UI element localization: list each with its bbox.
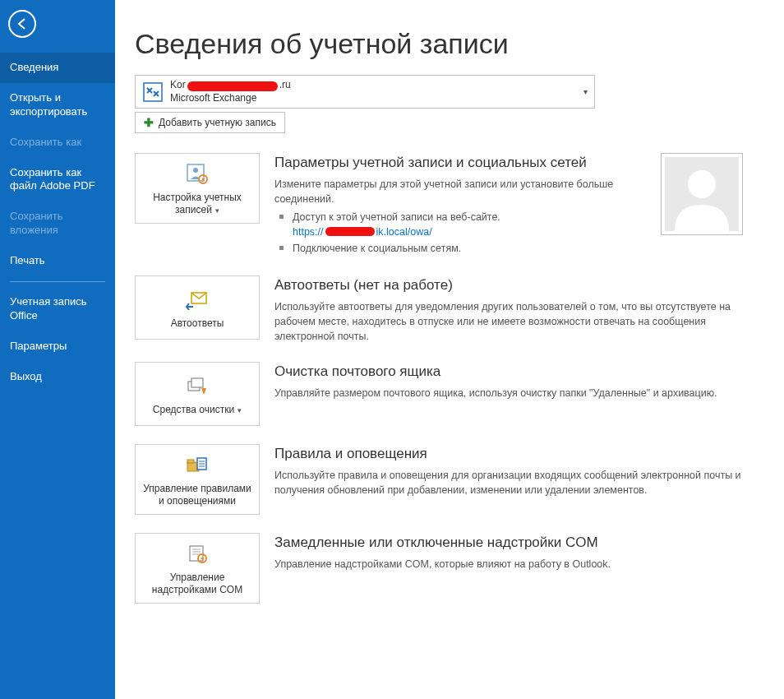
chevron-down-icon: ▾ bbox=[583, 87, 588, 96]
svg-point-4 bbox=[202, 178, 205, 181]
bullet-owa: Доступ к этой учетной записи на веб-сайт… bbox=[274, 210, 651, 239]
autoreply-tile-label: Автоответы bbox=[171, 317, 224, 330]
rules-title: Правила и оповещения bbox=[274, 444, 743, 465]
add-account-button[interactable]: ✚ Добавить учетную запись bbox=[135, 112, 285, 133]
section-cleanup: Средства очистки▾ Очистка почтового ящик… bbox=[135, 362, 743, 426]
svg-rect-9 bbox=[191, 378, 203, 387]
section-addins: Управление надстройками COM Замедленные … bbox=[135, 533, 743, 604]
sidebar-item-open-export[interactable]: Открыть и экспортировать bbox=[0, 83, 115, 127]
redacted-email bbox=[187, 81, 278, 91]
sidebar-item-save-as: Сохранить как bbox=[0, 127, 115, 158]
sidebar-item-exit[interactable]: Выход bbox=[0, 362, 115, 392]
addins-icon bbox=[185, 542, 210, 567]
addins-button[interactable]: Управление надстройками COM bbox=[135, 533, 260, 604]
sidebar-divider bbox=[10, 281, 105, 282]
account-text: Kor .ru Microsoft Exchange bbox=[170, 79, 291, 104]
cleanup-button[interactable]: Средства очистки▾ bbox=[135, 362, 260, 426]
cleanup-desc: Управляйте размером почтового ящика, исп… bbox=[274, 386, 743, 400]
account-selector[interactable]: Kor .ru Microsoft Exchange ▾ bbox=[135, 75, 595, 109]
svg-point-15 bbox=[201, 558, 204, 560]
account-settings-button[interactable]: Настройка учетных записей▾ bbox=[135, 153, 260, 224]
page-title: Сведения об учетной записи bbox=[135, 28, 743, 60]
autoreply-icon bbox=[185, 288, 210, 312]
account-settings-desc: Измените параметры для этой учетной запи… bbox=[274, 177, 651, 206]
exchange-icon bbox=[142, 81, 164, 103]
account-type: Microsoft Exchange bbox=[170, 92, 291, 105]
rules-tile-label: Управление правилами и оповещениями bbox=[141, 483, 254, 507]
sidebar-item-print[interactable]: Печать bbox=[0, 246, 115, 276]
plus-icon: ✚ bbox=[144, 116, 154, 129]
dropdown-icon: ▾ bbox=[215, 206, 219, 215]
sidebar-item-office-account[interactable]: Учетная запись Office bbox=[0, 287, 115, 331]
addins-title: Замедленные или отключенные надстройки C… bbox=[274, 533, 743, 553]
rules-button[interactable]: Управление правилами и оповещениями bbox=[135, 444, 260, 515]
sidebar-item-save-as-pdf[interactable]: Сохранить как файл Adobe PDF bbox=[0, 158, 115, 202]
svg-point-2 bbox=[193, 168, 198, 173]
autoreply-desc: Используйте автоответы для уведомления д… bbox=[274, 299, 743, 344]
cleanup-title: Очистка почтового ящика bbox=[274, 362, 743, 382]
cleanup-icon bbox=[185, 374, 210, 399]
account-avatar bbox=[661, 153, 743, 235]
cleanup-tile-label: Средства очистки bbox=[153, 404, 234, 415]
account-settings-title: Параметры учетной записи и социальных се… bbox=[274, 153, 651, 174]
sidebar-item-options[interactable]: Параметры bbox=[0, 331, 115, 362]
dropdown-icon: ▾ bbox=[238, 406, 242, 414]
section-autoreply: Автоответы Автоответы (нет на работе) Ис… bbox=[135, 275, 743, 344]
svg-point-6 bbox=[688, 170, 716, 198]
sidebar-item-info[interactable]: Сведения bbox=[0, 53, 115, 83]
bullet-social: Подключение к социальным сетям. bbox=[274, 241, 651, 256]
sidebar-item-save-attachments: Сохранить вложения bbox=[0, 201, 115, 246]
account-email-suffix: .ru bbox=[279, 79, 291, 92]
addins-desc: Управление надстройками COM, которые вли… bbox=[274, 557, 743, 572]
svg-rect-11 bbox=[187, 460, 194, 463]
autoreply-button[interactable]: Автоответы bbox=[135, 275, 260, 340]
main-content: Сведения об учетной записи Kor .ru Micro… bbox=[115, 0, 784, 699]
back-button[interactable] bbox=[8, 10, 36, 38]
rules-icon bbox=[185, 453, 210, 478]
addins-tile-label: Управление надстройками COM bbox=[141, 572, 254, 596]
rules-desc: Используйте правила и оповещения для орг… bbox=[274, 468, 743, 498]
arrow-left-icon bbox=[16, 17, 29, 30]
account-email-prefix: Kor bbox=[170, 79, 186, 92]
add-account-label: Добавить учетную запись bbox=[159, 117, 276, 128]
section-account-settings: Настройка учетных записей▾ Параметры уче… bbox=[135, 153, 743, 257]
owa-link[interactable]: https://ik.local/owa/ bbox=[293, 226, 432, 238]
account-settings-tile-label: Настройка учетных записей bbox=[153, 192, 242, 215]
backstage-sidebar: Сведения Открыть и экспортировать Сохран… bbox=[0, 0, 115, 699]
account-settings-icon bbox=[185, 162, 210, 187]
autoreply-title: Автоответы (нет на работе) bbox=[274, 275, 743, 296]
section-rules: Управление правилами и оповещениями Прав… bbox=[135, 444, 743, 515]
svg-rect-0 bbox=[144, 83, 162, 101]
